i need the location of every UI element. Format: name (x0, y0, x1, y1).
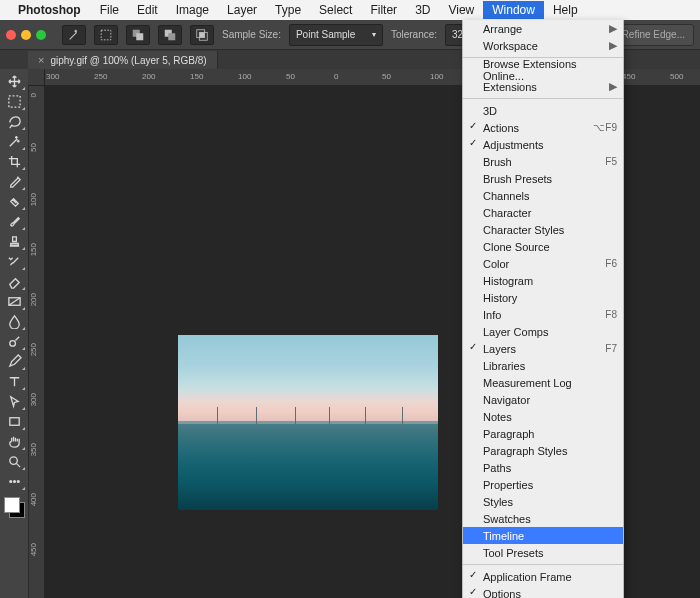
menu-item-layer-comps[interactable]: Layer Comps (463, 323, 623, 340)
menu-item-label: Measurement Log (483, 377, 572, 389)
app-name[interactable]: Photoshop (18, 3, 81, 17)
menu-layer[interactable]: Layer (218, 1, 266, 19)
ruler-vertical[interactable]: 050100150200250300350400450 (28, 85, 45, 598)
menu-item-notes[interactable]: Notes (463, 408, 623, 425)
menu-item-3d[interactable]: 3D (463, 102, 623, 119)
menu-item-options[interactable]: ✓Options (463, 585, 623, 598)
tool-crop[interactable] (2, 151, 26, 171)
menu-item-brush-presets[interactable]: Brush Presets (463, 170, 623, 187)
tool-stamp[interactable] (2, 231, 26, 251)
selection-new-button[interactable] (94, 25, 118, 45)
menu-item-extensions[interactable]: Extensions▶ (463, 78, 623, 95)
menu-help[interactable]: Help (544, 1, 587, 19)
menu-window[interactable]: Window (483, 1, 544, 19)
submenu-arrow-icon: ▶ (609, 39, 617, 52)
tool-rectangle[interactable] (2, 411, 26, 431)
tool-pen[interactable] (2, 351, 26, 371)
menu-3d[interactable]: 3D (406, 1, 439, 19)
menu-item-layers[interactable]: ✓LayersF7 (463, 340, 623, 357)
menu-item-actions[interactable]: ✓Actions⌥F9 (463, 119, 623, 136)
menu-item-timeline[interactable]: Timeline (463, 527, 623, 544)
tool-type[interactable] (2, 371, 26, 391)
menu-item-label: Adjustments (483, 139, 544, 151)
menu-item-label: Character (483, 207, 531, 219)
menu-item-label: Styles (483, 496, 513, 508)
tool-blur[interactable] (2, 311, 26, 331)
tool-lasso[interactable] (2, 111, 26, 131)
menu-item-measurement-log[interactable]: Measurement Log (463, 374, 623, 391)
eyedropper-icon (7, 174, 22, 189)
menu-item-adjustments[interactable]: ✓Adjustments (463, 136, 623, 153)
horizon-posts (178, 407, 438, 427)
menu-shortcut: F5 (605, 156, 617, 167)
menu-file[interactable]: File (91, 1, 128, 19)
history-brush-icon (7, 254, 22, 269)
tool-heal[interactable] (2, 191, 26, 211)
minimize-window-icon[interactable] (21, 30, 31, 40)
menu-item-histogram[interactable]: Histogram (463, 272, 623, 289)
menu-item-color[interactable]: ColorF6 (463, 255, 623, 272)
tool-dodge[interactable] (2, 331, 26, 351)
tool-wand[interactable] (2, 131, 26, 151)
svg-point-13 (9, 480, 11, 482)
sample-size-select[interactable]: Point Sample▾ (289, 24, 383, 46)
menu-item-swatches[interactable]: Swatches (463, 510, 623, 527)
menu-view[interactable]: View (439, 1, 483, 19)
menu-item-channels[interactable]: Channels (463, 187, 623, 204)
menu-item-label: Extensions (483, 81, 537, 93)
menu-type[interactable]: Type (266, 1, 310, 19)
foreground-color-swatch[interactable] (4, 497, 20, 513)
tool-path-select[interactable] (2, 391, 26, 411)
menu-item-paths[interactable]: Paths (463, 459, 623, 476)
menu-item-history[interactable]: History (463, 289, 623, 306)
menu-item-character[interactable]: Character (463, 204, 623, 221)
menu-item-paragraph[interactable]: Paragraph (463, 425, 623, 442)
close-window-icon[interactable] (6, 30, 16, 40)
svg-rect-11 (9, 417, 18, 425)
menu-edit[interactable]: Edit (128, 1, 167, 19)
menu-item-brush[interactable]: BrushF5 (463, 153, 623, 170)
tool-eraser[interactable] (2, 271, 26, 291)
menu-item-application-frame[interactable]: ✓Application Frame (463, 568, 623, 585)
sample-size-value: Point Sample (296, 29, 355, 40)
crop-icon (7, 154, 22, 169)
menu-filter[interactable]: Filter (361, 1, 406, 19)
menu-item-properties[interactable]: Properties (463, 476, 623, 493)
tool-gradient[interactable] (2, 291, 26, 311)
menu-item-arrange[interactable]: Arrange▶ (463, 20, 623, 37)
document-tab[interactable]: × giphy.gif @ 100% (Layer 5, RGB/8) (28, 51, 218, 69)
marquee-icon (7, 94, 22, 109)
tool-history-brush[interactable] (2, 251, 26, 271)
menu-item-browse-extensions-online[interactable]: Browse Extensions Online... (463, 61, 623, 78)
menu-item-libraries[interactable]: Libraries (463, 357, 623, 374)
tool-move[interactable] (2, 71, 26, 91)
menu-item-tool-presets[interactable]: Tool Presets (463, 544, 623, 561)
menu-item-label: Channels (483, 190, 529, 202)
menu-item-navigator[interactable]: Navigator (463, 391, 623, 408)
zoom-window-icon[interactable] (36, 30, 46, 40)
menu-image[interactable]: Image (167, 1, 218, 19)
tool-hand[interactable] (2, 431, 26, 451)
menu-item-styles[interactable]: Styles (463, 493, 623, 510)
menu-item-workspace[interactable]: Workspace▶ (463, 37, 623, 54)
menu-item-label: Histogram (483, 275, 533, 287)
menu-select[interactable]: Select (310, 1, 361, 19)
selection-add-button[interactable] (126, 25, 150, 45)
tool-brush[interactable] (2, 211, 26, 231)
selection-intersect-icon (195, 28, 209, 42)
foreground-background-colors[interactable] (2, 495, 26, 519)
close-tab-icon[interactable]: × (38, 54, 44, 66)
tool-marquee[interactable] (2, 91, 26, 111)
menu-item-paragraph-styles[interactable]: Paragraph Styles (463, 442, 623, 459)
tool-eyedropper[interactable] (2, 171, 26, 191)
menu-item-info[interactable]: InfoF8 (463, 306, 623, 323)
tool-more[interactable] (2, 471, 26, 491)
tool-zoom[interactable] (2, 451, 26, 471)
tool-preset-picker[interactable] (62, 25, 86, 45)
refine-edge-button[interactable]: Refine Edge... (613, 24, 694, 46)
selection-subtract-button[interactable] (158, 25, 182, 45)
menu-item-clone-source[interactable]: Clone Source (463, 238, 623, 255)
selection-intersect-button[interactable] (190, 25, 214, 45)
menu-item-label: Paragraph Styles (483, 445, 567, 457)
menu-item-character-styles[interactable]: Character Styles (463, 221, 623, 238)
